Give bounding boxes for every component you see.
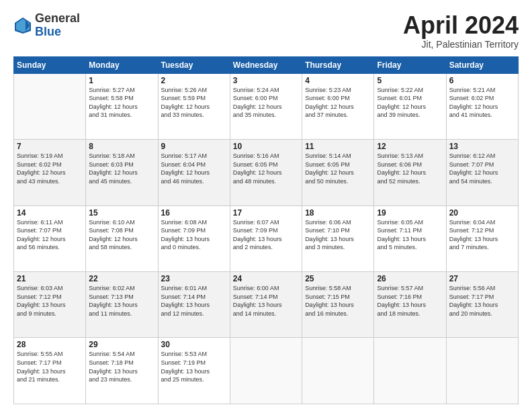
table-row xyxy=(374,338,446,404)
table-row: 5Sunrise: 5:22 AM Sunset: 6:01 PM Daylig… xyxy=(374,73,446,139)
day-number: 18 xyxy=(305,208,371,218)
day-number: 19 xyxy=(377,208,443,218)
day-number: 1 xyxy=(89,76,154,85)
table-row xyxy=(302,338,374,404)
day-number: 3 xyxy=(233,76,299,85)
calendar-week-row: 1Sunrise: 5:27 AM Sunset: 5:58 PM Daylig… xyxy=(14,73,519,139)
day-info: Sunrise: 5:58 AM Sunset: 7:15 PM Dayligh… xyxy=(305,284,371,318)
calendar-week-row: 21Sunrise: 6:03 AM Sunset: 7:12 PM Dayli… xyxy=(14,272,519,338)
day-number: 29 xyxy=(89,340,154,349)
header: General Blue April 2024 Jit, Palestinian… xyxy=(13,12,519,50)
day-number: 21 xyxy=(17,274,83,283)
table-row: 23Sunrise: 6:01 AM Sunset: 7:14 PM Dayli… xyxy=(158,272,230,338)
table-row: 24Sunrise: 6:00 AM Sunset: 7:14 PM Dayli… xyxy=(230,272,302,338)
table-row: 3Sunrise: 5:24 AM Sunset: 6:00 PM Daylig… xyxy=(230,73,302,139)
day-info: Sunrise: 5:21 AM Sunset: 6:02 PM Dayligh… xyxy=(449,86,515,120)
day-number: 15 xyxy=(89,208,154,218)
col-thursday: Thursday xyxy=(302,56,374,73)
day-number: 11 xyxy=(305,142,371,151)
day-number: 9 xyxy=(161,142,227,151)
day-info: Sunrise: 5:22 AM Sunset: 6:01 PM Dayligh… xyxy=(377,86,443,120)
logo-blue-text: Blue xyxy=(35,26,80,39)
day-info: Sunrise: 5:26 AM Sunset: 5:59 PM Dayligh… xyxy=(161,86,227,120)
table-row: 21Sunrise: 6:03 AM Sunset: 7:12 PM Dayli… xyxy=(14,272,86,338)
col-wednesday: Wednesday xyxy=(230,56,302,73)
day-number: 26 xyxy=(377,274,443,283)
table-row: 22Sunrise: 6:02 AM Sunset: 7:13 PM Dayli… xyxy=(86,272,158,338)
logo: General Blue xyxy=(13,12,80,39)
day-number: 20 xyxy=(449,208,515,218)
day-number: 28 xyxy=(17,340,83,349)
day-info: Sunrise: 5:23 AM Sunset: 6:00 PM Dayligh… xyxy=(305,86,371,120)
table-row xyxy=(14,73,86,139)
day-number: 30 xyxy=(161,340,227,349)
day-number: 25 xyxy=(305,274,371,283)
day-info: Sunrise: 6:10 AM Sunset: 7:08 PM Dayligh… xyxy=(89,218,154,252)
table-row: 9Sunrise: 5:17 AM Sunset: 6:04 PM Daylig… xyxy=(158,140,230,205)
day-info: Sunrise: 5:24 AM Sunset: 6:00 PM Dayligh… xyxy=(233,86,299,120)
table-row: 6Sunrise: 5:21 AM Sunset: 6:02 PM Daylig… xyxy=(446,73,518,139)
table-row: 4Sunrise: 5:23 AM Sunset: 6:00 PM Daylig… xyxy=(302,73,374,139)
day-number: 6 xyxy=(449,76,515,85)
day-info: Sunrise: 6:06 AM Sunset: 7:10 PM Dayligh… xyxy=(305,218,371,252)
day-number: 27 xyxy=(449,274,515,283)
col-tuesday: Tuesday xyxy=(158,56,230,73)
title-block: April 2024 Jit, Palestinian Territory xyxy=(403,12,519,50)
table-row: 7Sunrise: 5:19 AM Sunset: 6:02 PM Daylig… xyxy=(14,140,86,205)
day-number: 13 xyxy=(449,142,515,151)
col-sunday: Sunday xyxy=(14,56,86,73)
table-row: 15Sunrise: 6:10 AM Sunset: 7:08 PM Dayli… xyxy=(86,205,158,271)
table-row: 20Sunrise: 6:04 AM Sunset: 7:12 PM Dayli… xyxy=(446,205,518,271)
day-number: 24 xyxy=(233,274,299,283)
day-number: 2 xyxy=(161,76,227,85)
day-number: 14 xyxy=(17,208,83,218)
day-info: Sunrise: 6:04 AM Sunset: 7:12 PM Dayligh… xyxy=(449,218,515,252)
day-info: Sunrise: 5:16 AM Sunset: 6:05 PM Dayligh… xyxy=(233,152,299,185)
table-row: 13Sunrise: 6:12 AM Sunset: 7:07 PM Dayli… xyxy=(446,140,518,205)
day-number: 16 xyxy=(161,208,227,218)
day-info: Sunrise: 5:13 AM Sunset: 6:06 PM Dayligh… xyxy=(377,152,443,185)
calendar-week-row: 14Sunrise: 6:11 AM Sunset: 7:07 PM Dayli… xyxy=(14,205,519,271)
day-info: Sunrise: 5:56 AM Sunset: 7:17 PM Dayligh… xyxy=(449,284,515,318)
day-info: Sunrise: 6:05 AM Sunset: 7:11 PM Dayligh… xyxy=(377,218,443,252)
location: Jit, Palestinian Territory xyxy=(403,39,519,50)
table-row: 17Sunrise: 6:07 AM Sunset: 7:09 PM Dayli… xyxy=(230,205,302,271)
table-row: 10Sunrise: 5:16 AM Sunset: 6:05 PM Dayli… xyxy=(230,140,302,205)
table-row: 30Sunrise: 5:53 AM Sunset: 7:19 PM Dayli… xyxy=(158,338,230,404)
day-info: Sunrise: 6:12 AM Sunset: 7:07 PM Dayligh… xyxy=(449,152,515,185)
day-info: Sunrise: 5:53 AM Sunset: 7:19 PM Dayligh… xyxy=(161,350,227,383)
day-info: Sunrise: 5:19 AM Sunset: 6:02 PM Dayligh… xyxy=(17,152,83,185)
table-row: 27Sunrise: 5:56 AM Sunset: 7:17 PM Dayli… xyxy=(446,272,518,338)
day-info: Sunrise: 6:02 AM Sunset: 7:13 PM Dayligh… xyxy=(89,284,154,318)
day-info: Sunrise: 6:01 AM Sunset: 7:14 PM Dayligh… xyxy=(161,284,227,318)
day-info: Sunrise: 5:54 AM Sunset: 7:18 PM Dayligh… xyxy=(89,350,154,383)
calendar-table: Sunday Monday Tuesday Wednesday Thursday… xyxy=(13,56,519,404)
table-row: 2Sunrise: 5:26 AM Sunset: 5:59 PM Daylig… xyxy=(158,73,230,139)
day-number: 4 xyxy=(305,76,371,85)
day-info: Sunrise: 5:55 AM Sunset: 7:17 PM Dayligh… xyxy=(17,350,83,383)
table-row: 26Sunrise: 5:57 AM Sunset: 7:16 PM Dayli… xyxy=(374,272,446,338)
day-info: Sunrise: 5:27 AM Sunset: 5:58 PM Dayligh… xyxy=(89,86,154,120)
table-row: 29Sunrise: 5:54 AM Sunset: 7:18 PM Dayli… xyxy=(86,338,158,404)
day-number: 23 xyxy=(161,274,227,283)
day-info: Sunrise: 6:03 AM Sunset: 7:12 PM Dayligh… xyxy=(17,284,83,318)
day-number: 8 xyxy=(89,142,154,151)
day-info: Sunrise: 6:11 AM Sunset: 7:07 PM Dayligh… xyxy=(17,218,83,252)
day-number: 5 xyxy=(377,76,443,85)
table-row: 11Sunrise: 5:14 AM Sunset: 6:05 PM Dayli… xyxy=(302,140,374,205)
table-row: 18Sunrise: 6:06 AM Sunset: 7:10 PM Dayli… xyxy=(302,205,374,271)
table-row xyxy=(446,338,518,404)
day-info: Sunrise: 6:08 AM Sunset: 7:09 PM Dayligh… xyxy=(161,218,227,252)
day-number: 22 xyxy=(89,274,154,283)
day-number: 7 xyxy=(17,142,83,151)
calendar-week-row: 7Sunrise: 5:19 AM Sunset: 6:02 PM Daylig… xyxy=(14,140,519,205)
table-row: 12Sunrise: 5:13 AM Sunset: 6:06 PM Dayli… xyxy=(374,140,446,205)
calendar-week-row: 28Sunrise: 5:55 AM Sunset: 7:17 PM Dayli… xyxy=(14,338,519,404)
table-row: 19Sunrise: 6:05 AM Sunset: 7:11 PM Dayli… xyxy=(374,205,446,271)
table-row: 14Sunrise: 6:11 AM Sunset: 7:07 PM Dayli… xyxy=(14,205,86,271)
logo-icon xyxy=(13,16,32,35)
table-row: 8Sunrise: 5:18 AM Sunset: 6:03 PM Daylig… xyxy=(86,140,158,205)
table-row: 25Sunrise: 5:58 AM Sunset: 7:15 PM Dayli… xyxy=(302,272,374,338)
day-number: 10 xyxy=(233,142,299,151)
col-monday: Monday xyxy=(86,56,158,73)
